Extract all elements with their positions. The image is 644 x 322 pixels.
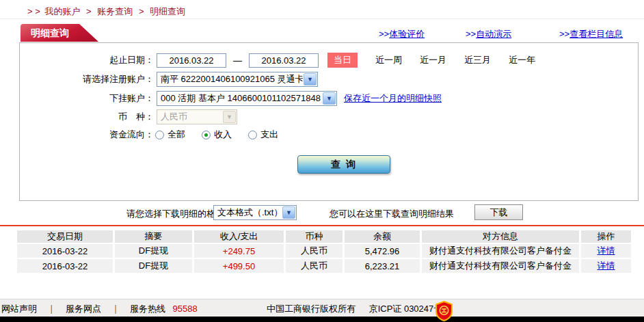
col-income-expense: 收入/支出 <box>194 230 284 243</box>
footer-links: 网站声明 ｜ 服务网点 ｜ 服务热线 95588 <box>1 303 198 315</box>
download-format-label: 请您选择下载明细的格式 <box>126 208 224 220</box>
col-balance: 余额 <box>345 230 420 243</box>
cell-currency: 人民币 <box>286 244 343 258</box>
currency-label: 币 种： <box>20 111 154 123</box>
link-auto-demo[interactable]: >>自动演示 <box>466 28 511 40</box>
tab-title: 明细查询 <box>21 24 98 42</box>
date-range-row: 起止日期： — 当日 近一周 近一月 近三月 近一年 <box>20 53 638 68</box>
download-button[interactable]: 下载 <box>474 204 523 220</box>
register-account-label: 请选择注册账户： <box>20 73 154 85</box>
header-divider <box>0 18 644 19</box>
breadcrumb-separator: > <box>139 6 144 16</box>
date-range-separator: — <box>233 55 242 66</box>
query-button[interactable]: 查 询 <box>297 155 390 174</box>
col-transaction-date: 交易日期 <box>17 230 113 243</box>
currency-value: 人民币 <box>157 111 222 123</box>
sub-account-value: 000 活期 基本户 1406600101102571848 <box>157 92 322 105</box>
sub-account-select[interactable]: 000 活期 基本户 1406600101102571848 ▼ <box>157 91 337 106</box>
quick-range-last-week[interactable]: 近一周 <box>375 54 402 66</box>
transactions-table: 交易日期 摘要 收入/支出 币种 余额 对方信息 操作 2016-03-22 D… <box>15 229 633 274</box>
link-prefix: >> <box>559 29 569 39</box>
cell-amount: +249.75 <box>194 244 284 258</box>
table-header-row: 交易日期 摘要 收入/支出 币种 余额 对方信息 操作 <box>17 230 631 243</box>
dropdown-arrow-icon: ▼ <box>323 92 336 105</box>
dropdown-arrow-icon: ▼ <box>223 111 236 123</box>
cell-balance: 6,223.21 <box>345 259 420 273</box>
link-view-column-info[interactable]: >>查看栏目信息 <box>559 28 623 40</box>
breadcrumb-separator: > <box>86 6 92 16</box>
icp-license: 京ICP证 030247号 <box>369 304 443 314</box>
hotline-label: 服务热线 <box>130 304 165 314</box>
col-currency: 币种 <box>286 230 343 243</box>
cell-summary: DF提现 <box>115 259 192 273</box>
radio-expense-label[interactable]: 支出 <box>260 129 278 141</box>
link-label: 自动演示 <box>476 29 511 39</box>
radio-all-label[interactable]: 全部 <box>167 129 185 141</box>
icbc-detail-query-page: > > 我的账户 > 账务查询 > 明细查询 明细查询 >>体验评价 >>自动演… <box>0 0 644 322</box>
quick-range-today[interactable]: 当日 <box>327 53 358 68</box>
breadcrumb-my-accounts[interactable]: 我的账户 <box>44 6 80 16</box>
download-format-select[interactable]: 文本格式（.txt） ▼ <box>213 205 297 220</box>
cell-counterparty: 财付通支付科技有限公司客户备付金 <box>422 259 579 273</box>
breadcrumb-prefix: > > <box>27 6 40 16</box>
radio-all[interactable] <box>155 131 164 139</box>
query-form-panel: 起止日期： — 当日 近一周 近一月 近三月 近一年 请选择注册账户： 南平 6… <box>19 42 639 201</box>
end-date-input[interactable] <box>249 53 319 68</box>
radio-expense[interactable] <box>248 131 257 139</box>
col-counterparty: 对方信息 <box>422 230 579 243</box>
footer-copyright: 中国工商银行版权所有 京ICP证 030247号 <box>267 303 442 315</box>
cell-summary: DF提现 <box>115 244 192 258</box>
copyright-text: 中国工商银行版权所有 <box>267 304 355 314</box>
hotline-number: 95588 <box>173 304 198 314</box>
breadcrumb-account-query[interactable]: 账务查询 <box>97 6 133 16</box>
fund-flow-label: 资金流向： <box>20 129 154 141</box>
service-outlets-link[interactable]: 服务网点 <box>66 304 101 314</box>
register-account-select[interactable]: 南平 6222001406100921065 灵通卡 ▼ <box>157 72 318 87</box>
sub-account-label: 下挂账户： <box>20 92 154 105</box>
quick-range-last-3-months[interactable]: 近三月 <box>464 54 491 66</box>
download-hint: 您可以在这里下载查询明细结果 <box>330 208 454 220</box>
dropdown-arrow-icon: ▼ <box>304 73 317 85</box>
link-prefix: >> <box>466 29 476 39</box>
table-row: 2016-03-22 DF提现 +499.50 人民币 6,223.21 财付通… <box>17 259 631 273</box>
sub-account-row: 下挂账户： 000 活期 基本户 1406600101102571848 ▼ 保… <box>20 91 638 106</box>
download-format-value: 文本格式（.txt） <box>214 206 282 219</box>
cell-date: 2016-03-22 <box>17 259 113 273</box>
breadcrumb: > > 我的账户 > 账务查询 > 明细查询 <box>27 5 187 18</box>
col-summary: 摘要 <box>115 230 192 243</box>
breadcrumb-detail-query[interactable]: 明细查询 <box>150 6 185 16</box>
radio-income[interactable] <box>202 131 211 139</box>
col-action: 操作 <box>581 230 631 243</box>
currency-row: 币 种： 人民币 ▼ <box>20 109 638 124</box>
quick-range-last-year[interactable]: 近一年 <box>509 54 535 66</box>
site-statement-link[interactable]: 网站声明 <box>1 304 37 314</box>
cell-date: 2016-03-22 <box>17 244 113 258</box>
radio-income-label[interactable]: 收入 <box>214 129 232 141</box>
currency-select: 人民币 ▼ <box>157 109 237 124</box>
link-label: 体验评价 <box>389 29 425 39</box>
register-account-value: 南平 6222001406100921065 灵通卡 <box>157 73 303 85</box>
footer-separator: ｜ <box>47 304 56 314</box>
cell-currency: 人民币 <box>286 259 343 273</box>
date-range-label: 起止日期： <box>20 54 154 66</box>
table-row: 2016-03-22 DF提现 +249.75 人民币 5,472.96 财付通… <box>17 244 631 258</box>
link-prefix: >> <box>379 29 389 39</box>
cell-balance: 5,472.96 <box>345 244 420 258</box>
bottom-black-bar <box>0 317 644 322</box>
link-experience-review[interactable]: >>体验评价 <box>379 28 425 40</box>
save-monthly-snapshot-link[interactable]: 保存近一个月的明细快照 <box>344 92 442 105</box>
detail-link[interactable]: 详情 <box>598 260 615 271</box>
fund-flow-row: 资金流向： 全部 收入 支出 <box>20 129 638 141</box>
start-date-input[interactable] <box>157 53 226 68</box>
cell-counterparty: 财付通支付科技有限公司客户备付金 <box>422 244 579 258</box>
cell-amount: +499.50 <box>194 259 284 273</box>
icbc-badge-icon <box>435 301 453 321</box>
tab-detail-query[interactable]: 明细查询 <box>21 24 98 42</box>
footer-separator: ｜ <box>111 304 120 314</box>
quick-range-last-month[interactable]: 近一月 <box>420 54 446 66</box>
detail-link[interactable]: 详情 <box>598 245 615 256</box>
register-account-row: 请选择注册账户： 南平 6222001406100921065 灵通卡 ▼ <box>20 72 638 87</box>
icbc-badge[interactable] <box>435 301 453 321</box>
dropdown-arrow-icon: ▼ <box>282 206 295 219</box>
table-top-divider <box>0 225 644 226</box>
